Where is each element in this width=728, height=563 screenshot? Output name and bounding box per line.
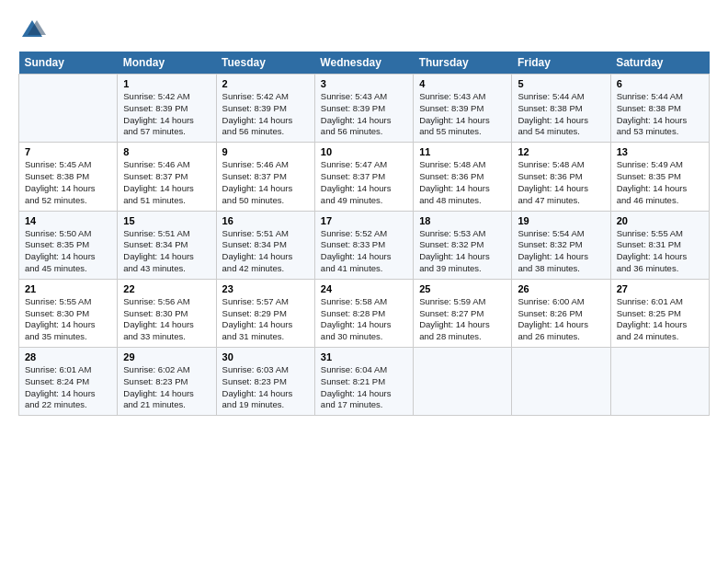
day-number: 11	[419, 146, 506, 157]
day-number: 22	[123, 283, 210, 294]
calendar-cell: 11Sunrise: 5:48 AM Sunset: 8:36 PM Dayli…	[414, 143, 512, 211]
calendar-cell: 24Sunrise: 5:58 AM Sunset: 8:28 PM Dayli…	[314, 279, 413, 347]
day-number: 19	[518, 215, 604, 226]
day-number: 2	[222, 78, 309, 89]
calendar-cell	[414, 348, 512, 416]
day-number: 7	[25, 146, 111, 157]
day-info: Sunrise: 6:02 AM Sunset: 8:23 PM Dayligh…	[123, 364, 210, 411]
day-number: 17	[321, 215, 407, 226]
week-row-3: 14Sunrise: 5:50 AM Sunset: 8:35 PM Dayli…	[19, 211, 710, 279]
day-info: Sunrise: 5:46 AM Sunset: 8:37 PM Dayligh…	[123, 159, 210, 206]
header-row: SundayMondayTuesdayWednesdayThursdayFrid…	[19, 52, 710, 75]
calendar-cell: 20Sunrise: 5:55 AM Sunset: 8:31 PM Dayli…	[610, 211, 709, 279]
week-row-5: 28Sunrise: 6:01 AM Sunset: 8:24 PM Dayli…	[19, 348, 710, 416]
day-info: Sunrise: 5:43 AM Sunset: 8:39 PM Dayligh…	[321, 91, 407, 138]
calendar-cell: 18Sunrise: 5:53 AM Sunset: 8:32 PM Dayli…	[414, 211, 512, 279]
day-info: Sunrise: 5:51 AM Sunset: 8:34 PM Dayligh…	[123, 228, 210, 275]
day-number: 14	[25, 215, 111, 226]
day-info: Sunrise: 6:01 AM Sunset: 8:25 PM Dayligh…	[617, 296, 703, 343]
calendar-cell: 9Sunrise: 5:46 AM Sunset: 8:37 PM Daylig…	[216, 143, 314, 211]
calendar-cell: 22Sunrise: 5:56 AM Sunset: 8:30 PM Dayli…	[118, 279, 216, 347]
day-number: 5	[518, 78, 604, 89]
day-info: Sunrise: 6:00 AM Sunset: 8:26 PM Dayligh…	[518, 296, 604, 343]
day-number: 4	[419, 78, 506, 89]
calendar-cell: 21Sunrise: 5:55 AM Sunset: 8:30 PM Dayli…	[19, 279, 118, 347]
calendar-cell: 15Sunrise: 5:51 AM Sunset: 8:34 PM Dayli…	[118, 211, 216, 279]
calendar-cell: 3Sunrise: 5:43 AM Sunset: 8:39 PM Daylig…	[314, 75, 413, 143]
calendar-cell: 23Sunrise: 5:57 AM Sunset: 8:29 PM Dayli…	[216, 279, 314, 347]
day-number: 23	[222, 283, 309, 294]
day-info: Sunrise: 5:50 AM Sunset: 8:35 PM Dayligh…	[25, 228, 111, 275]
week-row-4: 21Sunrise: 5:55 AM Sunset: 8:30 PM Dayli…	[19, 279, 710, 347]
day-number: 28	[25, 351, 111, 362]
day-info: Sunrise: 5:59 AM Sunset: 8:27 PM Dayligh…	[419, 296, 506, 343]
day-number: 27	[617, 283, 703, 294]
day-info: Sunrise: 5:56 AM Sunset: 8:30 PM Dayligh…	[123, 296, 210, 343]
day-info: Sunrise: 5:42 AM Sunset: 8:39 PM Dayligh…	[123, 91, 210, 138]
day-info: Sunrise: 5:44 AM Sunset: 8:38 PM Dayligh…	[617, 91, 703, 138]
day-header-tuesday: Tuesday	[216, 52, 314, 75]
calendar-cell: 19Sunrise: 5:54 AM Sunset: 8:32 PM Dayli…	[512, 211, 610, 279]
calendar-cell: 12Sunrise: 5:48 AM Sunset: 8:36 PM Dayli…	[512, 143, 610, 211]
day-number: 26	[518, 283, 604, 294]
week-row-2: 7Sunrise: 5:45 AM Sunset: 8:38 PM Daylig…	[19, 143, 710, 211]
day-number: 13	[617, 146, 703, 157]
calendar-cell: 2Sunrise: 5:42 AM Sunset: 8:39 PM Daylig…	[216, 75, 314, 143]
day-number: 3	[321, 78, 407, 89]
calendar-cell: 8Sunrise: 5:46 AM Sunset: 8:37 PM Daylig…	[118, 143, 216, 211]
day-info: Sunrise: 5:49 AM Sunset: 8:35 PM Dayligh…	[617, 159, 703, 206]
calendar-cell: 16Sunrise: 5:51 AM Sunset: 8:34 PM Dayli…	[216, 211, 314, 279]
day-info: Sunrise: 5:58 AM Sunset: 8:28 PM Dayligh…	[321, 296, 407, 343]
day-number: 15	[123, 215, 210, 226]
day-header-wednesday: Wednesday	[314, 52, 413, 75]
logo	[18, 17, 50, 44]
calendar-cell: 13Sunrise: 5:49 AM Sunset: 8:35 PM Dayli…	[610, 143, 709, 211]
day-info: Sunrise: 5:47 AM Sunset: 8:37 PM Dayligh…	[321, 159, 407, 206]
day-number: 1	[123, 78, 210, 89]
day-number: 21	[25, 283, 111, 294]
calendar-cell: 29Sunrise: 6:02 AM Sunset: 8:23 PM Dayli…	[118, 348, 216, 416]
logo-icon	[18, 17, 46, 44]
day-number: 31	[321, 351, 407, 362]
calendar-cell: 6Sunrise: 5:44 AM Sunset: 8:38 PM Daylig…	[610, 75, 709, 143]
day-info: Sunrise: 6:03 AM Sunset: 8:23 PM Dayligh…	[222, 364, 309, 411]
day-info: Sunrise: 5:44 AM Sunset: 8:38 PM Dayligh…	[518, 91, 604, 138]
day-header-thursday: Thursday	[414, 52, 512, 75]
day-info: Sunrise: 5:48 AM Sunset: 8:36 PM Dayligh…	[419, 159, 506, 206]
day-info: Sunrise: 5:52 AM Sunset: 8:33 PM Dayligh…	[321, 228, 407, 275]
calendar-cell: 7Sunrise: 5:45 AM Sunset: 8:38 PM Daylig…	[19, 143, 118, 211]
day-number: 18	[419, 215, 506, 226]
calendar-table: SundayMondayTuesdayWednesdayThursdayFrid…	[18, 52, 710, 416]
day-info: Sunrise: 5:51 AM Sunset: 8:34 PM Dayligh…	[222, 228, 309, 275]
week-row-1: 1Sunrise: 5:42 AM Sunset: 8:39 PM Daylig…	[19, 75, 710, 143]
day-number: 25	[419, 283, 506, 294]
calendar-cell: 17Sunrise: 5:52 AM Sunset: 8:33 PM Dayli…	[314, 211, 413, 279]
calendar-cell: 10Sunrise: 5:47 AM Sunset: 8:37 PM Dayli…	[314, 143, 413, 211]
calendar-cell: 27Sunrise: 6:01 AM Sunset: 8:25 PM Dayli…	[610, 279, 709, 347]
calendar-cell: 5Sunrise: 5:44 AM Sunset: 8:38 PM Daylig…	[512, 75, 610, 143]
calendar-cell	[19, 75, 118, 143]
calendar-cell: 31Sunrise: 6:04 AM Sunset: 8:21 PM Dayli…	[314, 348, 413, 416]
day-number: 20	[617, 215, 703, 226]
day-info: Sunrise: 5:54 AM Sunset: 8:32 PM Dayligh…	[518, 228, 604, 275]
day-info: Sunrise: 5:53 AM Sunset: 8:32 PM Dayligh…	[419, 228, 506, 275]
day-info: Sunrise: 5:55 AM Sunset: 8:30 PM Dayligh…	[25, 296, 111, 343]
header	[18, 17, 710, 44]
day-info: Sunrise: 5:46 AM Sunset: 8:37 PM Dayligh…	[222, 159, 309, 206]
day-info: Sunrise: 6:04 AM Sunset: 8:21 PM Dayligh…	[321, 364, 407, 411]
calendar-cell: 1Sunrise: 5:42 AM Sunset: 8:39 PM Daylig…	[118, 75, 216, 143]
day-info: Sunrise: 5:43 AM Sunset: 8:39 PM Dayligh…	[419, 91, 506, 138]
day-number: 8	[123, 146, 210, 157]
page: SundayMondayTuesdayWednesdayThursdayFrid…	[0, 0, 728, 563]
day-info: Sunrise: 5:42 AM Sunset: 8:39 PM Dayligh…	[222, 91, 309, 138]
day-number: 10	[321, 146, 407, 157]
day-number: 9	[222, 146, 309, 157]
calendar-cell: 14Sunrise: 5:50 AM Sunset: 8:35 PM Dayli…	[19, 211, 118, 279]
day-number: 30	[222, 351, 309, 362]
calendar-cell: 25Sunrise: 5:59 AM Sunset: 8:27 PM Dayli…	[414, 279, 512, 347]
day-info: Sunrise: 6:01 AM Sunset: 8:24 PM Dayligh…	[25, 364, 111, 411]
day-info: Sunrise: 5:55 AM Sunset: 8:31 PM Dayligh…	[617, 228, 703, 275]
day-info: Sunrise: 5:48 AM Sunset: 8:36 PM Dayligh…	[518, 159, 604, 206]
calendar-cell: 26Sunrise: 6:00 AM Sunset: 8:26 PM Dayli…	[512, 279, 610, 347]
day-header-monday: Monday	[118, 52, 216, 75]
